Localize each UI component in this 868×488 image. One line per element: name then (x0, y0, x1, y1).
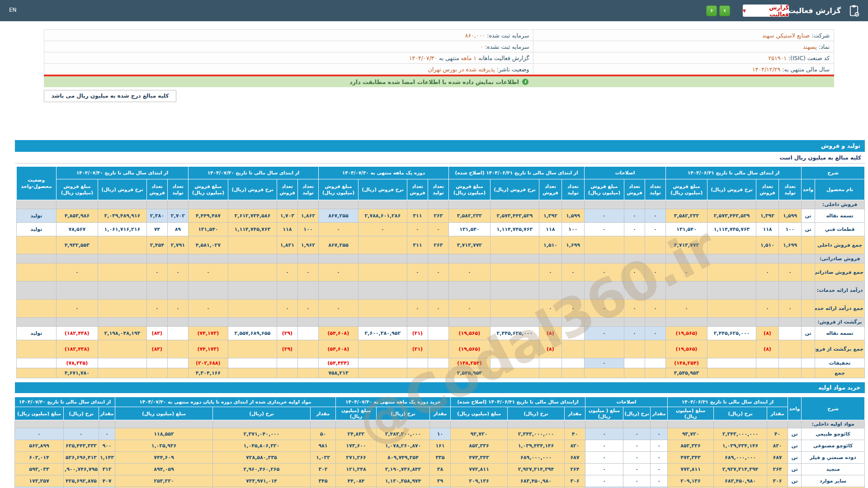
value-cell: ۲۶۴ (767, 464, 788, 475)
status-cell: تولید (16, 209, 56, 223)
cell-value: ۱۰ (437, 431, 443, 437)
cell-value: ۰ (286, 269, 289, 275)
section-cell (56, 318, 98, 327)
column-sub-header: تعداد تولید (428, 179, 448, 200)
cell-value: ۱,۵۱۰ (760, 242, 774, 248)
value-cell: ۴,۶۷۱,۷۸۰ (56, 368, 98, 378)
value-cell: ۳۱۲ (99, 464, 115, 475)
unit-cell: تن (802, 327, 815, 340)
cell-value: ۲,۵۷۳,۴۴۲,۵۲۹ (497, 213, 533, 219)
value-cell: ۰ (584, 209, 624, 223)
cell-value: ۴۲۵,۶۹۲,۸۷۵ (66, 478, 97, 484)
cell-value: ۱,۱۱۴,۷۴۵,۷۶۳ (497, 226, 533, 232)
cell-value: ۱۱۸ (546, 226, 555, 232)
table-row: جمع۳,۵۴۵,۹۵۳۳,۵۴۵,۹۵۳۷۵۸,۲۱۳۴,۳۰۴,۱۶۶۴,۶… (16, 368, 864, 378)
value-cell: ۰ (585, 475, 623, 487)
value-cell: ۲۶۳ (428, 209, 448, 223)
value-cell: ۰ (584, 263, 624, 282)
cell-value: ۰ (633, 269, 636, 275)
section-cell (14, 420, 63, 428)
value-cell: ۰ (585, 464, 623, 475)
cell-value: ۰ (75, 305, 79, 311)
value-cell: ۱,۰۶۱,۷۱۶,۲۱۶ (98, 223, 146, 236)
cell-value: ۶۸۷ (773, 455, 782, 460)
value-cell: ۲,۵۷۳,۴۴۲,۵۲۹ (490, 209, 539, 223)
column-sub-header: تعداد تولید (779, 179, 802, 200)
cell-value: ۳۱۲ (102, 466, 111, 472)
value-cell (358, 236, 407, 254)
value-cell (645, 340, 665, 358)
cell-value: ۰ (654, 269, 657, 275)
cell-value: ۰ (788, 269, 792, 275)
cell-value: ۱,۶۹۹ (566, 242, 580, 248)
raw-materials-table: شرحواحداز ابتدای سال مالی تا تاریخ ۱۴۰۴/… (14, 397, 865, 488)
cell-value: ۰ (635, 431, 638, 437)
value-cell: (۸) (539, 340, 561, 358)
value-cell (277, 358, 297, 368)
column-sub-header: نرخ فروش (ریال) (490, 179, 539, 200)
status-cell (16, 263, 56, 282)
product-name-cell: جمع فروش صادراتی (815, 263, 865, 282)
product-name-cell: تسمه نقاله (815, 209, 865, 223)
section-cell (115, 420, 212, 428)
value-cell: ۴,۹۳۲,۵۵۳ (56, 236, 98, 254)
value-cell (98, 236, 146, 254)
cell-value: ۰ (633, 226, 636, 232)
value-cell: ۷۷۲,۸۱۱ (668, 464, 714, 475)
cell-value: ۲,۷۸۸,۶۰۱,۲۸۶ (365, 213, 401, 219)
cell-value: ۰ (468, 305, 471, 311)
value-cell (624, 358, 645, 368)
cell-value: ۰ (437, 305, 440, 311)
cell-value: ۰ (176, 305, 179, 311)
cell-value: ۴۰ (572, 431, 578, 437)
value-cell: ۲۴,۸۳۲ (335, 428, 376, 440)
cell-value: ۰ (549, 269, 552, 275)
cell-value: ۳,۵۸۲,۲۳۲ (457, 213, 482, 219)
previous-report-button[interactable]: ‹ (706, 5, 717, 16)
value-cell: (۸) (539, 327, 561, 340)
section-cell (448, 200, 490, 209)
value-cell: ۱۷۳,۲۵۷ (14, 475, 63, 487)
section-cell (756, 200, 779, 209)
info-cell-right: نماد: پسهند (533, 41, 834, 52)
section-cell (651, 420, 668, 428)
value-cell: ۷۷۲,۸۱۱ (450, 464, 507, 475)
column-sub-header: نرخ فروش (ریال) (708, 179, 756, 200)
value-cell: ۰ (651, 440, 668, 452)
column-group-header: دوره یک ماهه منتهی به ۱۴۰۴/۰۷/۳۰ (318, 167, 448, 179)
company-info-row: کد صنعت (ISIC): ۲۵۱۹۰۱ گزارش فعالیت ماها… (44, 52, 834, 64)
value-cell: ۱۶۱ (429, 440, 450, 452)
value-cell: ۱,۶۹۹ (779, 236, 802, 254)
value-cell: ۴۲۵,۶۹۲,۸۷۵ (63, 475, 99, 487)
cell-value: تسمه نقاله (826, 330, 853, 336)
cell-value: ۷۴۴,۶۰۹ (154, 455, 174, 460)
value-cell: ۶۸۳,۴۵۰,۹۸۰ (714, 475, 767, 487)
product-name-cell: قطعات فني (815, 223, 865, 236)
million-rial-note: کلیه مبالغ به میلیون ریال است (15, 152, 865, 164)
cell-value: (۵۴,۶۰۸) (327, 346, 349, 352)
value-cell: ۱,۱۳۰,۳۵۸,۹۷۴ (376, 475, 429, 487)
unit-cell: تن (802, 209, 815, 223)
next-report-button[interactable]: › (719, 5, 730, 16)
cell-value: (۲۱) (412, 346, 423, 352)
cell-value: ۶۸۳,۴۵۰,۹۸۰ (520, 478, 552, 484)
cell-value: ۲,۳۷۱,۰۴۰,۰۰۰ (244, 431, 280, 437)
cell-value: ۷۵۸,۲۱۳ (328, 370, 348, 376)
cell-value: تن (791, 466, 797, 472)
report-type-dropdown[interactable]: گزارش فعالیت ▼ (743, 5, 789, 17)
unit-cell: تن (788, 452, 802, 464)
language-toggle[interactable]: EN (9, 7, 17, 13)
value-cell: ۳۱۱ (407, 209, 428, 223)
value-cell (490, 358, 539, 368)
cell-value: تولید (30, 226, 42, 232)
section-cell (407, 254, 428, 263)
value-cell (228, 263, 277, 282)
value-cell: ۰ (645, 300, 665, 318)
section-cell (490, 254, 539, 263)
column-sub-header: نرخ (ریال) (212, 407, 310, 420)
value-cell: ۳۰۶ (767, 475, 788, 487)
section-cell (584, 282, 624, 300)
section-cell (98, 282, 146, 300)
cell-value: ۲,۳۸۰ (150, 213, 164, 219)
column-sub-header: تعداد تولید (561, 179, 584, 200)
